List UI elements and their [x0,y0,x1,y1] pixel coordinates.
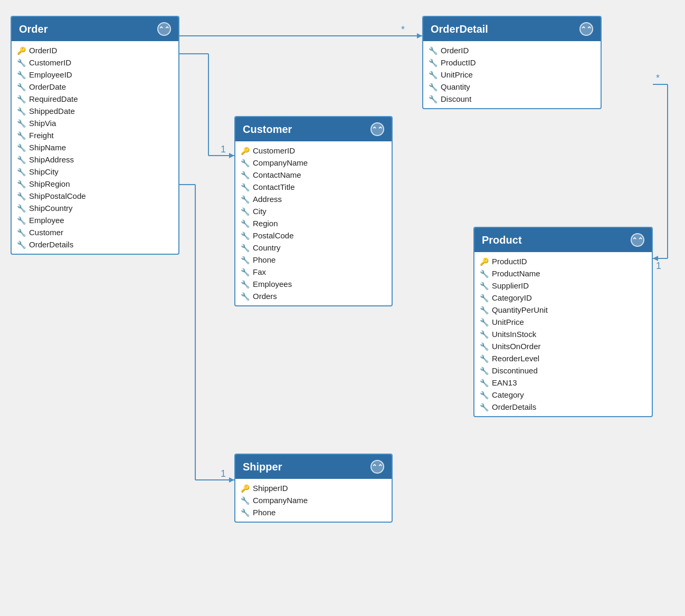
arrow-order-customer [229,153,234,158]
table-row: 🔧 EmployeeID [12,69,178,81]
order-table: Order ⌃⌃ 🔑 OrderID 🔧 CustomerID 🔧 Employ… [11,16,179,255]
wrench-icon: 🔧 [241,159,250,167]
wrench-icon: 🔧 [241,195,250,204]
table-row: 🔧 ShipCountry [12,202,178,214]
wrench-icon: 🔧 [429,59,437,67]
table-row: 🔧 ShipVia [12,117,178,129]
pk-icon: 🔑 [241,147,250,155]
wrench-icon: 🔧 [17,131,26,140]
wrench-icon: 🔧 [17,180,26,188]
wrench-icon: 🔧 [480,367,489,375]
wrench-icon: 🔧 [241,508,250,517]
table-row: 🔧 ShipRegion [12,178,178,190]
wrench-icon: 🔧 [480,306,489,314]
cardinality-order-customer-1: 1 [221,144,226,155]
table-row: 🔧 OrderDetails [12,238,178,251]
table-row: 🔧 Phone [235,506,392,518]
product-collapse-icon[interactable]: ⌃⌃ [631,233,644,247]
table-row: 🔧 Discount [423,93,601,105]
wrench-icon: 🔧 [480,294,489,302]
table-row: 🔧 Region [235,217,392,229]
table-row: 🔧 SupplierID [474,280,652,292]
table-row: 🔧 EAN13 [474,377,652,389]
table-row: 🔧 CustomerID [12,56,178,69]
shipper-table-body: 🔑 ShipperID 🔧 CompanyName 🔧 Phone [235,479,392,522]
pk-icon: 🔑 [480,257,489,266]
table-row: 🔧 Fax [235,266,392,278]
orderdetail-table-body: 🔧 OrderID 🔧 ProductID 🔧 UnitPrice 🔧 Quan… [423,41,601,108]
table-row: 🔑 OrderID [12,44,178,56]
table-row: 🔧 ProductID [423,56,601,69]
table-row: 🔧 OrderDetails [474,401,652,413]
table-row: 🔧 ShipName [12,141,178,153]
orderdetail-collapse-icon[interactable]: ⌃⌃ [579,22,593,36]
wrench-icon: 🔧 [17,95,26,103]
wrench-icon: 🔧 [429,95,437,103]
wrench-icon: 🔧 [241,232,250,240]
product-table-body: 🔑 ProductID 🔧 ProductName 🔧 SupplierID 🔧… [474,252,652,416]
wrench-icon: 🔧 [17,216,26,225]
wrench-icon: 🔧 [429,71,437,79]
customer-table-header: Customer ⌃⌃ [235,117,392,141]
order-collapse-icon[interactable]: ⌃⌃ [157,22,171,36]
shipper-collapse-icon[interactable]: ⌃⌃ [370,460,384,474]
wrench-icon: 🔧 [480,403,489,411]
wrench-icon: 🔧 [241,183,250,191]
table-row: 🔧 ShipPostalCode [12,190,178,202]
wrench-icon: 🔧 [241,207,250,216]
wrench-icon: 🔧 [17,204,26,213]
table-row: 🔧 ShipCity [12,166,178,178]
wrench-icon: 🔧 [241,292,250,301]
orderdetail-table-title: OrderDetail [431,23,488,35]
table-row: 🔧 UnitPrice [423,69,601,81]
wrench-icon: 🔧 [17,107,26,116]
table-row: 🔧 Phone [235,254,392,266]
wrench-icon: 🔧 [17,71,26,79]
arrow-orderdetail-product [653,256,658,261]
order-table-title: Order [19,23,47,35]
table-row: 🔑 CustomerID [235,145,392,157]
cardinality-order-shipper-1: 1 [221,468,226,479]
shipper-table-header: Shipper ⌃⌃ [235,455,392,479]
table-row: 🔧 Freight [12,129,178,141]
cardinality-orderdetail-product-star: * [656,73,660,83]
table-row: 🔧 OrderDate [12,81,178,93]
table-row: 🔧 UnitsOnOrder [474,340,652,352]
table-row: 🔧 Address [235,193,392,205]
wrench-icon: 🔧 [17,168,26,176]
cardinality-orderdetail-product-1: 1 [656,261,661,271]
wrench-icon: 🔧 [241,496,250,505]
wrench-icon: 🔧 [17,143,26,152]
table-row: 🔧 Customer [12,226,178,238]
wrench-icon: 🔧 [17,83,26,91]
customer-collapse-icon[interactable]: ⌃⌃ [370,122,384,136]
product-table-header: Product ⌃⌃ [474,228,652,252]
wrench-icon: 🔧 [480,342,489,351]
table-row: 🔧 CompanyName [235,157,392,169]
table-row: 🔧 Country [235,242,392,254]
table-row: 🔧 ShippedDate [12,105,178,117]
wrench-icon: 🔧 [17,119,26,128]
wrench-icon: 🔧 [480,354,489,363]
wrench-icon: 🔧 [480,379,489,387]
table-row: 🔧 Quantity [423,81,601,93]
table-row: 🔧 OrderID [423,44,601,56]
wrench-icon: 🔧 [241,244,250,252]
order-table-header: Order ⌃⌃ [12,17,178,41]
wrench-icon: 🔧 [241,268,250,276]
wrench-icon: 🔧 [17,228,26,237]
shipper-table: Shipper ⌃⌃ 🔑 ShipperID 🔧 CompanyName 🔧 P… [234,454,393,523]
table-row: 🔧 City [235,205,392,217]
table-row: 🔧 Employee [12,214,178,226]
pk-icon: 🔑 [17,46,26,55]
table-row: 🔧 Category [474,389,652,401]
wrench-icon: 🔧 [17,240,26,249]
wrench-icon: 🔧 [480,282,489,290]
table-row: 🔧 UnitPrice [474,316,652,328]
wrench-icon: 🔧 [480,318,489,326]
table-row: 🔑 ShipperID [235,482,392,494]
table-row: 🔧 QuantityPerUnit [474,304,652,316]
table-row: 🔧 ContactName [235,169,392,181]
wrench-icon: 🔧 [429,83,437,91]
arrow-order-orderdetail [417,33,422,38]
